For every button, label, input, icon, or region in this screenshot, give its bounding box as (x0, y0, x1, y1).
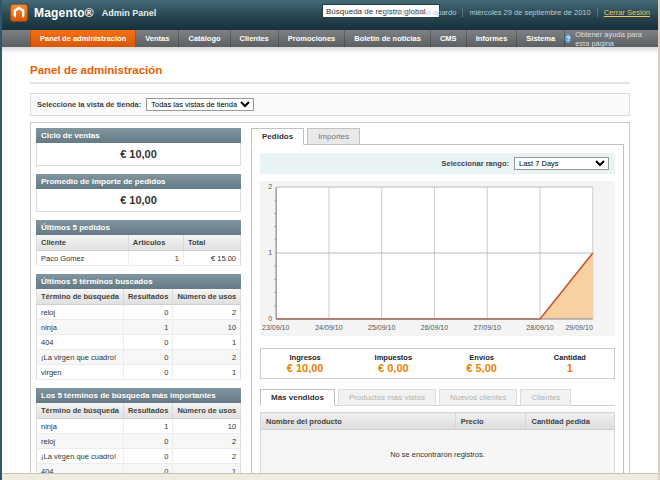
table-cell: 1 (123, 320, 172, 335)
magento-admin-window: Magento® Admin Panel Accedió como apardo… (0, 0, 660, 480)
brand-name: Magento® (34, 6, 94, 20)
help-link[interactable]: ? Obtener ayuda para esta página (565, 30, 658, 47)
store-switcher: Seleccione la vista de tienda: Todas las… (30, 93, 630, 116)
table-cell: 10 (173, 320, 241, 335)
table-row: 40401 (37, 335, 241, 350)
main-nav: Panel de administración Ventas Catálogo … (2, 30, 658, 47)
widget-title: Promedio de importe de pedidos (36, 174, 241, 189)
column-header: Resultados (123, 289, 172, 305)
dashboard-left-column: Ciclo de ventas € 10,00 Promedio de impo… (36, 128, 241, 469)
last-orders-widget: Últimos 5 pedidos Cliente Artículos Tota… (36, 220, 241, 266)
column-header: Número de usos (173, 289, 241, 305)
total-shipping: Envíos € 5,00 (438, 353, 526, 374)
magento-logo-icon (10, 4, 28, 22)
table-row: ninja110 (37, 419, 241, 434)
top-search-terms-table: Término de búsqueda Resultados Número de… (36, 403, 241, 475)
table-cell: ¡La virgen que cuadro! (37, 449, 124, 464)
lifetime-sales-widget: Ciclo de ventas € 10,00 (36, 128, 241, 166)
nav-item-reports[interactable]: Informes (467, 30, 518, 47)
logout-link[interactable]: Cerrar Sesión (604, 8, 650, 17)
store-view-select[interactable]: Todas las vistas de tienda (146, 98, 254, 111)
nav-item-dashboard[interactable]: Panel de administración (30, 30, 136, 47)
last-orders-table: Cliente Artículos Total Paco Gomez1€ 15.… (36, 235, 241, 266)
table-cell: 0 (123, 350, 172, 365)
total-tax: Impuestos € 0,00 (349, 353, 437, 374)
total-revenue: Ingresos € 10,00 (261, 353, 349, 374)
tab-orders[interactable]: Pedidos (251, 128, 304, 145)
lifetime-sales-value: € 10,00 (36, 143, 241, 166)
column-header: Término de búsqueda (37, 403, 124, 419)
table-cell: 1 (173, 335, 241, 350)
separator (462, 8, 463, 17)
svg-text:2: 2 (268, 184, 272, 191)
help-icon: ? (565, 34, 571, 43)
table-cell: 0 (123, 305, 172, 320)
top-header: Magento® Admin Panel Accedió como apardo… (2, 0, 658, 30)
table-row: reloj02 (37, 434, 241, 449)
nav-shadow (2, 47, 658, 54)
nav-item-cms[interactable]: CMS (431, 30, 467, 47)
widget-title: Últimos 5 pedidos (36, 220, 241, 235)
table-cell: ninja (37, 419, 124, 434)
column-header: Resultados (123, 403, 172, 419)
table-row: ninja110 (37, 320, 241, 335)
help-label: Obtener ayuda para esta página (575, 30, 648, 48)
table-cell: ninja (37, 320, 124, 335)
nav-item-promotions[interactable]: Promociones (279, 30, 346, 47)
table-cell: 404 (37, 335, 124, 350)
widget-title: Últimos 5 términos buscados (36, 274, 241, 289)
nav-item-customers[interactable]: Clientes (231, 30, 279, 47)
column-header: Total (183, 235, 240, 251)
column-header: Número de usos (173, 403, 241, 419)
dashboard-right-column: Pedidos Importes Seleccionar rango: Last… (251, 128, 624, 469)
table-cell: reloj (37, 305, 124, 320)
store-view-label: Seleccione la vista de tienda: (37, 100, 141, 109)
nav-item-sales[interactable]: Ventas (136, 30, 179, 47)
svg-text:24/09/10: 24/09/10 (315, 324, 343, 331)
tab-amounts[interactable]: Importes (307, 128, 360, 145)
table-row: ¡La virgen que cuadro!02 (37, 350, 241, 365)
empty-row: No se encontraron registros. (261, 430, 615, 476)
nav-item-catalog[interactable]: Catálogo (179, 30, 230, 47)
svg-text:25/09/10: 25/09/10 (368, 324, 396, 331)
range-bar: Seleccionar rango: Last 7 Days (260, 153, 615, 174)
table-row: reloj02 (37, 305, 241, 320)
table-cell: 1 (128, 251, 183, 266)
svg-text:26/09/10: 26/09/10 (421, 324, 449, 331)
tab-customers[interactable]: Clientes (520, 389, 571, 406)
nav-item-newsletter[interactable]: Boletín de noticias (345, 30, 431, 47)
orders-chart-wrap: 23/09/1024/09/1025/09/1026/09/1027/09/10… (260, 181, 615, 340)
table-cell: 2 (173, 449, 241, 464)
svg-text:28/09/10: 28/09/10 (526, 324, 554, 331)
bestsellers-grid: Nombre del producto Precio Cantidad pedi… (260, 412, 615, 475)
tab-bestsellers[interactable]: Más vendidos (260, 389, 335, 406)
last-search-terms-widget: Últimos 5 términos buscados Término de b… (36, 274, 241, 380)
separator (597, 8, 598, 17)
widget-title: Ciclo de ventas (36, 128, 241, 143)
tab-new-customers[interactable]: Nuevos clientes (439, 389, 517, 406)
table-row: Paco Gomez1€ 15.00 (37, 251, 241, 266)
svg-text:29/09/10: 29/09/10 (565, 324, 593, 331)
tab-most-viewed[interactable]: Productos más vistos (338, 389, 436, 406)
nav-item-system[interactable]: Sistema (517, 30, 565, 47)
widget-title: Los 5 términos de búsqueda más important… (36, 388, 241, 403)
table-cell: 0 (123, 335, 172, 350)
average-orders-widget: Promedio de importe de pedidos € 10,00 (36, 174, 241, 212)
table-cell: 2 (173, 434, 241, 449)
svg-text:23/09/10: 23/09/10 (262, 324, 290, 331)
table-cell: Paco Gomez (37, 251, 129, 266)
session-info: Accedió como apardo miércoles 29 de sept… (384, 8, 650, 17)
logged-in-as: Accedió como apardo (384, 8, 457, 17)
table-cell: 1 (173, 365, 241, 380)
page-head: Panel de administración (30, 60, 630, 84)
range-select[interactable]: Last 7 Days (514, 157, 609, 170)
table-row: virgen01 (37, 365, 241, 380)
brand-product: Admin Panel (102, 8, 157, 18)
column-header: Nombre del producto (261, 413, 456, 430)
chart-tabs: Pedidos Importes (251, 128, 624, 144)
magento-brand: Magento® Admin Panel (10, 4, 156, 22)
column-header: Cantidad pedida (526, 413, 615, 430)
column-header: Artículos (128, 235, 183, 251)
table-cell: 10 (173, 419, 241, 434)
current-date: miércoles 29 de septiembre de 2010 (469, 8, 590, 17)
